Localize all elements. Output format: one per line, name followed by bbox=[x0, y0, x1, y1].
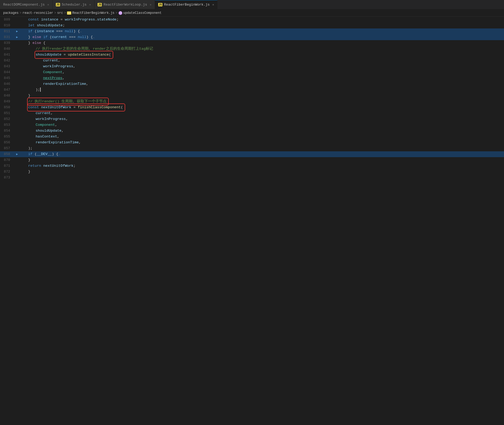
line-number: 842 bbox=[0, 58, 14, 64]
table-row: 858 ▶ if (__DEV__) {… bbox=[0, 151, 504, 157]
table-row: 809 const instance = workInProgress.stat… bbox=[0, 17, 504, 23]
line-number: 845 bbox=[0, 75, 14, 81]
table-row: 855 hasContext, bbox=[0, 134, 504, 140]
line-number: 853 bbox=[0, 122, 14, 128]
expand-icon[interactable]: ▶ bbox=[14, 34, 20, 40]
line-gutter bbox=[14, 122, 20, 128]
line-gutter bbox=[14, 40, 20, 46]
tab-close-icon[interactable]: ✕ bbox=[150, 3, 152, 6]
line-number: 856 bbox=[0, 140, 14, 145]
line-number: 870 bbox=[0, 157, 14, 163]
line-content: current, bbox=[20, 110, 504, 116]
expand-icon[interactable]: ▶ bbox=[14, 151, 20, 157]
line-content: nextProps, bbox=[20, 75, 504, 81]
table-row: 810 let shouldUpdate; bbox=[0, 23, 504, 28]
line-content: Component, bbox=[20, 122, 504, 128]
table-row: 841 shouldUpdate = updateClassInstance( bbox=[0, 52, 504, 58]
line-number: 871 bbox=[0, 163, 14, 169]
line-gutter bbox=[14, 75, 20, 81]
line-content: hasContext, bbox=[20, 134, 504, 140]
line-number: 872 bbox=[0, 169, 14, 175]
line-gutter bbox=[14, 87, 20, 93]
line-content: } bbox=[20, 157, 504, 163]
line-content: ); bbox=[20, 87, 504, 93]
line-content: } bbox=[20, 169, 504, 175]
breadcrumb: packages > react-reconciler > src > JS R… bbox=[0, 9, 504, 17]
line-gutter bbox=[14, 110, 20, 116]
tab-scheduler[interactable]: JS Scheduler.js ✕ bbox=[53, 0, 94, 9]
tab-label: ReactDOMComponent.js bbox=[3, 3, 45, 7]
line-gutter bbox=[14, 145, 20, 151]
tab-reactfiberbeginwork[interactable]: JS ReactFiberBeginWork.js ✕ bbox=[155, 0, 218, 9]
line-gutter bbox=[14, 128, 20, 134]
tab-close-icon[interactable]: ✕ bbox=[212, 3, 214, 6]
line-content: ); bbox=[20, 145, 504, 151]
line-number: 809 bbox=[0, 17, 14, 23]
line-number: 847 bbox=[0, 87, 14, 93]
breadcrumb-sep3: > bbox=[64, 11, 66, 15]
table-row: 857 ); bbox=[0, 145, 504, 151]
line-content bbox=[20, 175, 504, 181]
line-content: workInProgress, bbox=[20, 116, 504, 122]
breadcrumb-sep1: > bbox=[20, 11, 22, 15]
line-number: 851 bbox=[0, 110, 14, 116]
class-icon: ⬡ bbox=[119, 11, 122, 15]
line-gutter bbox=[14, 99, 20, 105]
line-number: 831 bbox=[0, 34, 14, 40]
breadcrumb-reconciler[interactable]: react-reconciler bbox=[23, 11, 53, 15]
tab-label: Scheduler.js bbox=[62, 3, 87, 7]
tab-reactdomcomponent[interactable]: ReactDOMComponent.js ✕ bbox=[0, 0, 53, 9]
table-row: 851 current, bbox=[0, 110, 504, 116]
line-gutter bbox=[14, 116, 20, 122]
code-editor: 809 const instance = workInProgress.stat… bbox=[0, 17, 504, 181]
table-row: 844 Component, bbox=[0, 69, 504, 75]
tab-label: ReactFiberWorkLoop.js bbox=[103, 3, 147, 7]
line-number: 858 bbox=[0, 151, 14, 157]
breadcrumb-function[interactable]: updateClassComponent bbox=[123, 11, 162, 15]
js-icon: JS bbox=[158, 3, 162, 6]
line-gutter bbox=[14, 69, 20, 75]
table-row: 853 Component, bbox=[0, 122, 504, 128]
line-gutter bbox=[14, 105, 20, 110]
expand-icon[interactable]: ▶ bbox=[14, 28, 20, 34]
breadcrumb-file[interactable]: ReactFiberBeginWork.js bbox=[72, 11, 114, 15]
tab-close-icon[interactable]: ✕ bbox=[47, 3, 49, 6]
line-number: 841 bbox=[0, 52, 14, 58]
line-number: 849 bbox=[0, 99, 14, 105]
tab-reactfiberworkloop[interactable]: JS ReactFiberWorkLoop.js ✕ bbox=[94, 0, 155, 9]
line-content: shouldUpdate = updateClassInstance( bbox=[20, 52, 504, 58]
line-number: 848 bbox=[0, 93, 14, 99]
line-content: let shouldUpdate; bbox=[20, 23, 504, 28]
line-content: current, bbox=[20, 58, 504, 64]
line-number: 854 bbox=[0, 128, 14, 134]
line-gutter bbox=[14, 46, 20, 52]
line-content: const nextUnitOfWork = finishClassCompon… bbox=[20, 105, 504, 110]
line-content: const instance = workInProgress.stateNod… bbox=[20, 17, 504, 23]
line-number: 843 bbox=[0, 64, 14, 69]
table-row: 848 } bbox=[0, 93, 504, 99]
breadcrumb-packages[interactable]: packages bbox=[3, 11, 19, 15]
line-gutter bbox=[14, 23, 20, 28]
line-gutter bbox=[14, 52, 20, 58]
line-number: 811 bbox=[0, 28, 14, 34]
table-row: 839 } else { bbox=[0, 40, 504, 46]
table-row: 811 ▶ if (instance === null) {… bbox=[0, 28, 504, 34]
line-gutter bbox=[14, 134, 20, 140]
line-content: // 执行render之前的生命周期, render之后的生命周期打上tag标记 bbox=[20, 46, 504, 52]
table-row: 870 } bbox=[0, 157, 504, 163]
table-row: 846 renderExpirationTime, bbox=[0, 81, 504, 87]
table-row: 842 current, bbox=[0, 58, 504, 64]
line-content: renderExpirationTime, bbox=[20, 81, 504, 87]
tab-bar: ReactDOMComponent.js ✕ JS Scheduler.js ✕… bbox=[0, 0, 504, 9]
line-number: 810 bbox=[0, 23, 14, 28]
line-number: 839 bbox=[0, 40, 14, 46]
tab-close-icon[interactable]: ✕ bbox=[89, 3, 91, 6]
table-row: 840 // 执行render之前的生命周期, render之后的生命周期打上t… bbox=[0, 46, 504, 52]
table-row: 873 bbox=[0, 175, 504, 181]
line-gutter bbox=[14, 157, 20, 163]
line-content: // 执行render() 生周期, 获取下一个子节点 bbox=[20, 99, 504, 105]
table-row: 856 renderExpirationTime, bbox=[0, 140, 504, 145]
table-row: 843 workInProgress, bbox=[0, 64, 504, 69]
line-content: } else if (current === null) {… bbox=[20, 34, 504, 40]
breadcrumb-src[interactable]: src bbox=[57, 11, 63, 15]
